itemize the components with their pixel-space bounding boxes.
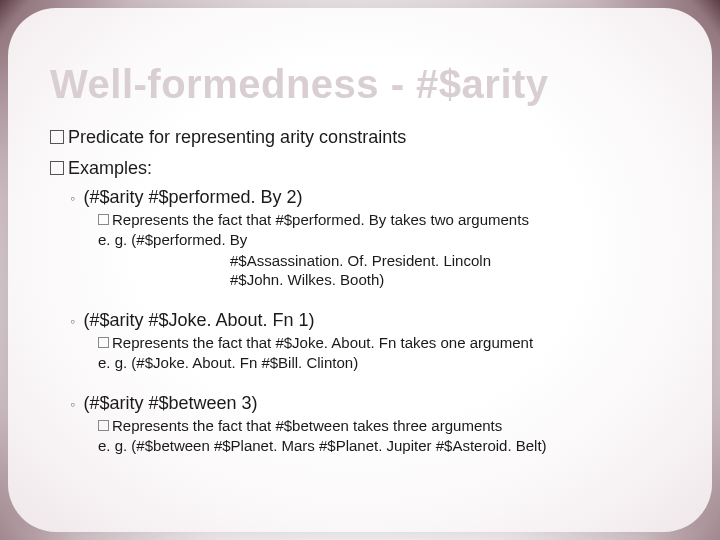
tiny-bullet-icon: [98, 337, 109, 348]
slide-background: Well-formedness - #$arity Predicate for …: [0, 0, 720, 540]
example-description: Represents the fact that #$performed. By…: [98, 210, 670, 230]
tiny-bullet-icon: [98, 420, 109, 431]
examples-label: Examples:: [68, 158, 152, 178]
example-code: (#$arity #$performed. By 2): [83, 187, 302, 207]
example-deep-arg: #$John. Wilkes. Booth): [230, 270, 670, 290]
examples-line: Examples:: [50, 158, 670, 179]
example-item: ◦ (#$arity #$between 3): [70, 393, 670, 414]
bullet-box-icon: [50, 130, 64, 144]
slide-panel: Well-formedness - #$arity Predicate for …: [8, 8, 712, 532]
sub-bullet-icon: ◦: [70, 313, 75, 329]
predicate-line: Predicate for representing arity constra…: [50, 127, 670, 148]
example-item: ◦ (#$arity #$Joke. About. Fn 1): [70, 310, 670, 331]
bullet-box-icon: [50, 161, 64, 175]
predicate-text: Predicate for representing arity constra…: [68, 127, 406, 147]
example-eg-line: e. g. (#$between #$Planet. Mars #$Planet…: [98, 436, 670, 456]
example-desc-text: Represents the fact that #$Joke. About. …: [112, 334, 533, 351]
sub-bullet-icon: ◦: [70, 190, 75, 206]
example-description: Represents the fact that #$between takes…: [98, 416, 670, 436]
example-code: (#$arity #$between 3): [83, 393, 257, 413]
example-description: Represents the fact that #$Joke. About. …: [98, 333, 670, 353]
sub-bullet-icon: ◦: [70, 396, 75, 412]
example-desc-text: Represents the fact that #$performed. By…: [112, 211, 529, 228]
example-eg-line: e. g. (#$Joke. About. Fn #$Bill. Clinton…: [98, 353, 670, 373]
example-desc-text: Represents the fact that #$between takes…: [112, 417, 502, 434]
content-area: Well-formedness - #$arity Predicate for …: [8, 8, 712, 487]
example-eg-line: e. g. (#$performed. By: [98, 230, 670, 250]
tiny-bullet-icon: [98, 214, 109, 225]
slide-title: Well-formedness - #$arity: [50, 62, 670, 107]
example-item: ◦ (#$arity #$performed. By 2): [70, 187, 670, 208]
example-code: (#$arity #$Joke. About. Fn 1): [83, 310, 314, 330]
example-deep-arg: #$Assassination. Of. President. Lincoln: [230, 251, 670, 271]
examples-group: ◦ (#$arity #$performed. By 2) Represents…: [50, 187, 670, 457]
